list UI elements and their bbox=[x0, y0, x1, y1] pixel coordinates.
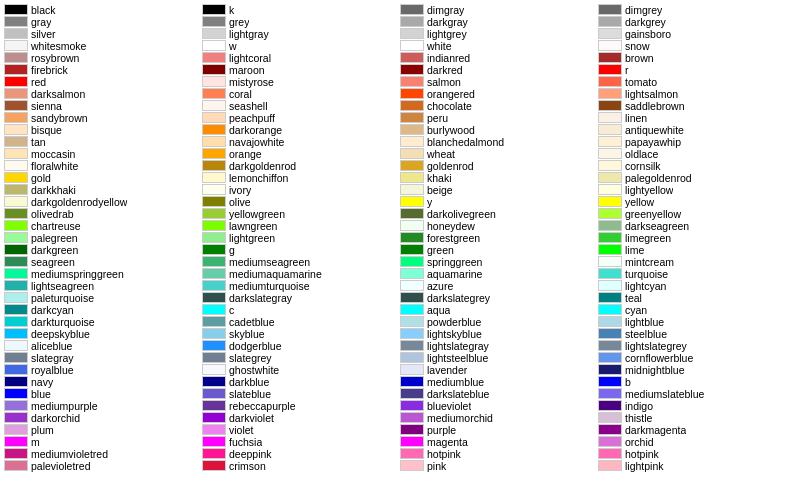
color-swatch bbox=[4, 292, 28, 303]
list-item: white bbox=[400, 40, 598, 51]
color-swatch bbox=[202, 460, 226, 471]
color-label: springgreen bbox=[427, 256, 482, 268]
list-item: darkkhaki bbox=[4, 184, 202, 195]
list-item: whitesmoke bbox=[4, 40, 202, 51]
color-swatch bbox=[400, 304, 424, 315]
color-swatch bbox=[202, 244, 226, 255]
color-label: cornsilk bbox=[625, 160, 661, 172]
color-swatch bbox=[202, 448, 226, 459]
color-label: ivory bbox=[229, 184, 251, 196]
color-label: slategray bbox=[31, 352, 74, 364]
color-label: lightgreen bbox=[229, 232, 275, 244]
color-label: mediumseagreen bbox=[229, 256, 310, 268]
list-item: mediumspringgreen bbox=[4, 268, 202, 279]
color-swatch bbox=[598, 364, 622, 375]
color-swatch bbox=[598, 304, 622, 315]
color-label: blueviolet bbox=[427, 400, 471, 412]
color-label: midnightblue bbox=[625, 364, 685, 376]
color-swatch bbox=[598, 376, 622, 387]
list-item: turquoise bbox=[598, 268, 796, 279]
color-swatch bbox=[4, 52, 28, 63]
list-item: tomato bbox=[598, 76, 796, 87]
color-swatch bbox=[598, 184, 622, 195]
list-item: darkseagreen bbox=[598, 220, 796, 231]
color-label: hotpink bbox=[427, 448, 461, 460]
list-item: darkblue bbox=[202, 376, 400, 387]
list-item: seashell bbox=[202, 100, 400, 111]
list-item: darkslategray bbox=[202, 292, 400, 303]
color-label: brown bbox=[625, 52, 654, 64]
list-item: chocolate bbox=[400, 100, 598, 111]
color-label: tan bbox=[31, 136, 46, 148]
color-label: lightslategray bbox=[427, 340, 489, 352]
color-swatch bbox=[202, 16, 226, 27]
color-swatch bbox=[202, 412, 226, 423]
list-item: snow bbox=[598, 40, 796, 51]
color-swatch bbox=[400, 136, 424, 147]
list-item: sienna bbox=[4, 100, 202, 111]
list-item: g bbox=[202, 244, 400, 255]
column-1: blackgraysilverwhitesmokerosybrownfirebr… bbox=[4, 4, 202, 496]
color-label: blue bbox=[31, 388, 51, 400]
color-swatch bbox=[202, 4, 226, 15]
color-label: bisque bbox=[31, 124, 62, 136]
color-label: indigo bbox=[625, 400, 653, 412]
color-swatch bbox=[400, 172, 424, 183]
list-item: mintcream bbox=[598, 256, 796, 267]
color-label: firebrick bbox=[31, 64, 68, 76]
list-item: yellowgreen bbox=[202, 208, 400, 219]
color-swatch bbox=[400, 460, 424, 471]
color-swatch bbox=[400, 364, 424, 375]
color-label: palegoldenrod bbox=[625, 172, 692, 184]
list-item: midnightblue bbox=[598, 364, 796, 375]
list-item: darkslategrey bbox=[400, 292, 598, 303]
color-label: peru bbox=[427, 112, 448, 124]
color-swatch bbox=[202, 64, 226, 75]
color-swatch bbox=[598, 136, 622, 147]
list-item: darkgreen bbox=[4, 244, 202, 255]
list-item: dimgrey bbox=[598, 4, 796, 15]
list-item: orangered bbox=[400, 88, 598, 99]
list-item: orchid bbox=[598, 436, 796, 447]
list-item: violet bbox=[202, 424, 400, 435]
list-item: teal bbox=[598, 292, 796, 303]
color-swatch bbox=[598, 172, 622, 183]
list-item: darkmagenta bbox=[598, 424, 796, 435]
color-swatch bbox=[400, 412, 424, 423]
color-label: azure bbox=[427, 280, 453, 292]
color-label: ghostwhite bbox=[229, 364, 279, 376]
color-swatch bbox=[202, 52, 226, 63]
list-item: dodgerblue bbox=[202, 340, 400, 351]
list-item: honeydew bbox=[400, 220, 598, 231]
color-swatch bbox=[202, 196, 226, 207]
color-swatch bbox=[4, 460, 28, 471]
color-swatch bbox=[202, 256, 226, 267]
color-swatch bbox=[400, 448, 424, 459]
list-item: darkslateblue bbox=[400, 388, 598, 399]
color-label: k bbox=[229, 4, 234, 16]
color-swatch bbox=[598, 460, 622, 471]
color-label: lightseagreen bbox=[31, 280, 94, 292]
color-swatch bbox=[598, 232, 622, 243]
color-swatch bbox=[4, 184, 28, 195]
color-swatch bbox=[202, 28, 226, 39]
color-label: lemonchiffon bbox=[229, 172, 288, 184]
color-label: aliceblue bbox=[31, 340, 72, 352]
color-label: lightsalmon bbox=[625, 88, 678, 100]
list-item: peru bbox=[400, 112, 598, 123]
list-item: gold bbox=[4, 172, 202, 183]
list-item: darksalmon bbox=[4, 88, 202, 99]
color-label: darkkhaki bbox=[31, 184, 76, 196]
list-item: darkcyan bbox=[4, 304, 202, 315]
color-swatch bbox=[202, 40, 226, 51]
list-item: w bbox=[202, 40, 400, 51]
color-label: palevioletred bbox=[31, 460, 91, 472]
list-item: navy bbox=[4, 376, 202, 387]
list-item: lemonchiffon bbox=[202, 172, 400, 183]
color-swatch bbox=[202, 268, 226, 279]
color-label: floralwhite bbox=[31, 160, 78, 172]
color-swatch bbox=[202, 184, 226, 195]
list-item: beige bbox=[400, 184, 598, 195]
color-label: turquoise bbox=[625, 268, 668, 280]
color-swatch bbox=[4, 148, 28, 159]
